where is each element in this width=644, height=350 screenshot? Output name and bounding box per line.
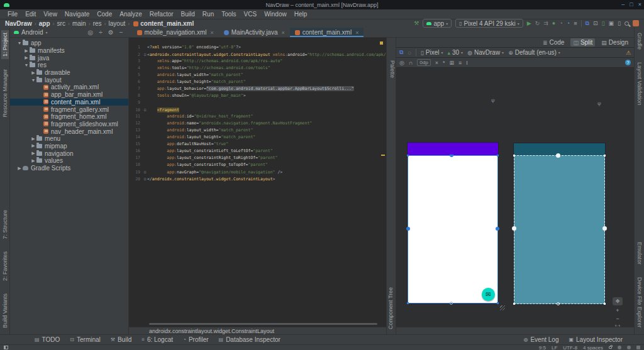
settings-icon[interactable]: ⚙	[108, 29, 114, 36]
menu-edit[interactable]: Edit	[21, 10, 40, 18]
tool-stripe-resource-manager[interactable]: Resource Manager	[1, 67, 9, 120]
hide-panel-icon[interactable]: −	[119, 29, 123, 36]
menu-tools[interactable]: Tools	[218, 10, 240, 18]
tree-item-res[interactable]: ▼res	[10, 62, 128, 69]
code-line[interactable]: 4 xmlns:tools="http://schemas.android.co…	[129, 65, 382, 72]
line-ending[interactable]: LF	[552, 345, 557, 350]
locale-selector[interactable]: ⊕Default (en-us)▾	[508, 49, 560, 56]
menu-view[interactable]: View	[40, 10, 61, 18]
default-margin-button[interactable]: 0dp	[417, 59, 430, 66]
align-icon[interactable]: ≡	[458, 60, 462, 66]
code-line[interactable]: 14 android:layout_height="match_parent"	[129, 134, 382, 141]
infer-constraints-icon[interactable]: *	[443, 60, 445, 66]
constraint-anchor-top[interactable]	[450, 155, 453, 157]
editor-tab-content_main.xml[interactable]: content_main.xml×	[290, 28, 364, 37]
menu-refactor[interactable]: Refactor	[146, 10, 177, 18]
tool-stripe-1-project[interactable]: 1: Project	[1, 30, 9, 59]
apply-code-changes-icon[interactable]: ⇉	[543, 19, 548, 28]
fold-marker-icon[interactable]: ⊟	[143, 51, 147, 58]
editor-tab-mobile_navigation.xml[interactable]: mobile_navigation.xml×	[132, 28, 219, 37]
mode-tab-code[interactable]: ≣Code	[540, 38, 567, 46]
menu-navigate[interactable]: Navigate	[61, 10, 93, 18]
tree-item-content-main-xml[interactable]: content_main.xml	[10, 99, 128, 106]
tool-window-button-todo[interactable]: ▤TODO	[35, 336, 60, 343]
menu-window[interactable]: Window	[260, 10, 291, 18]
editor-horizontal-scrollbar[interactable]	[149, 323, 377, 325]
tool-stripe-7-structure[interactable]: 7: Structure	[1, 207, 9, 242]
palette-tab[interactable]: Palette	[387, 58, 396, 80]
tree-arrow-icon[interactable]: ▶	[30, 151, 36, 156]
help-icon[interactable]: ?	[625, 60, 631, 65]
tool-window-button-layout-inspector[interactable]: ▣Layout Inspector	[569, 336, 623, 343]
indent-setting[interactable]: 4 spaces	[583, 345, 603, 350]
tree-item-app[interactable]: ▼app	[10, 40, 128, 47]
menu-help[interactable]: Help	[291, 10, 311, 18]
code-line[interactable]: 9	[129, 99, 382, 106]
code-line[interactable]: 19⊟ app:navGraph="@navigation/mobile_nav…	[129, 168, 382, 175]
fold-marker-icon[interactable]: ⊟	[143, 175, 147, 182]
logcat-window-icon[interactable]: ⊡	[593, 19, 598, 28]
tree-item-mipmap[interactable]: ▶mipmap	[10, 143, 128, 150]
status-indicator-icon[interactable]	[627, 346, 631, 349]
tool-window-button-terminal[interactable]: ⊡Terminal	[70, 336, 101, 343]
menu-run[interactable]: Run	[199, 10, 218, 18]
code-line[interactable]: 8 tools:showIn="@layout/app_bar_main">	[129, 92, 382, 99]
apply-changes-icon[interactable]: ↻	[535, 19, 540, 28]
avd-manager-icon[interactable]: ▯	[602, 19, 605, 28]
view-options-icon[interactable]: ◎	[399, 60, 404, 66]
code-line[interactable]: 20⊟</androidx.constraintlayout.widget.Co…	[129, 175, 382, 182]
code-line[interactable]: 3 xmlns:app="http://schemas.android.com/…	[129, 58, 382, 65]
code-line[interactable]: 2⊟<androidx.constraintlayout.widget.Cons…	[129, 51, 382, 58]
tool-window-button-event-log[interactable]: ◍Event Log	[523, 336, 558, 343]
api-selector[interactable]: ▴30▾	[447, 49, 463, 56]
constraint-anchor-bottom[interactable]	[450, 302, 453, 305]
tree-arrow-icon[interactable]: ▶	[16, 166, 23, 171]
constraint-anchor-left[interactable]	[406, 227, 410, 231]
tree-item-navigation[interactable]: ▶navigation	[10, 150, 128, 157]
stop-icon[interactable]: ■	[574, 19, 577, 28]
tree-item-layout[interactable]: ▼layout	[10, 76, 128, 84]
minimize-button[interactable]: –	[621, 0, 625, 9]
code-line[interactable]: 10⊟ <fragment	[129, 106, 382, 113]
code-line[interactable]: 13 android:layout_width="match_parent"	[129, 127, 382, 134]
code-line[interactable]: 12 android:name="androidx.navigation.fra…	[129, 120, 382, 127]
tool-window-button-build[interactable]: ⚒Build	[111, 336, 131, 343]
tree-item-nav-header-main-xml[interactable]: nav_header_main.xml	[10, 128, 128, 135]
menu-build[interactable]: Build	[177, 10, 199, 18]
tool-window-button-profiler[interactable]: ◔Profiler	[183, 336, 209, 343]
tree-item-app-bar-main-xml[interactable]: app_bar_main.xml	[10, 91, 128, 99]
breadcrumb-item[interactable]: main	[72, 20, 86, 27]
breadcrumb-item[interactable]: app	[39, 20, 50, 27]
code-line[interactable]: 17 app:layout_constraintRight_toRightOf=…	[129, 155, 382, 161]
maximize-button[interactable]: □	[630, 0, 633, 9]
debug-icon[interactable]: ●	[552, 19, 555, 28]
device-selector[interactable]: ▯Pixel 4 API 29 kski▾	[455, 19, 523, 28]
attach-debugger-icon[interactable]: ◔	[559, 19, 562, 28]
close-button[interactable]: ×	[638, 0, 641, 9]
tool-window-toggle-icon[interactable]	[4, 346, 8, 349]
fab-button[interactable]: ✉	[482, 288, 495, 301]
editor-tab-MainActivity.java[interactable]: MainActivity.java×	[219, 28, 290, 37]
tool-stripe-2-favorites[interactable]: 2: Favorites	[1, 249, 9, 283]
tree-arrow-icon[interactable]: ▶	[30, 136, 36, 141]
tree-item-gradle-scripts[interactable]: ▶Gradle Scripts	[10, 165, 128, 172]
tree-item-fragment-slideshow-xml[interactable]: fragment_slideshow.xml	[10, 121, 128, 128]
profile-avatar[interactable]	[633, 20, 639, 26]
tree-item-fragment-gallery-xml[interactable]: fragment_gallery.xml	[10, 106, 128, 113]
close-icon[interactable]: ×	[355, 30, 358, 36]
zoom-out-button[interactable]: −	[616, 315, 619, 322]
tree-arrow-icon[interactable]: ▶	[23, 48, 30, 53]
orientation-icon[interactable]: ◌	[408, 50, 411, 56]
caret-position[interactable]: 9:5	[539, 345, 546, 350]
tree-arrow-icon[interactable]: ▼	[30, 78, 36, 82]
code-line[interactable]: 1<?xml version="1.0" encoding="utf-8"?>	[129, 44, 382, 51]
tool-stripe-device-file-explorer[interactable]: Device File Explorer	[636, 275, 643, 331]
tree-item-fragment-home-xml[interactable]: fragment_home.xml	[10, 113, 128, 121]
menu-file[interactable]: File	[4, 10, 21, 18]
project-view-selector[interactable]: Android ▾	[10, 28, 52, 37]
code-line[interactable]: 7 app:layout_behavior="com.google.androi…	[129, 85, 382, 92]
code-line[interactable]: 15 app:defaultNavHost="true"	[129, 141, 382, 148]
magnet-icon[interactable]: ∩	[409, 60, 413, 66]
design-preview[interactable]: ✉	[408, 143, 498, 304]
theme-selector[interactable]: ◍NavDraw▾	[467, 49, 504, 56]
